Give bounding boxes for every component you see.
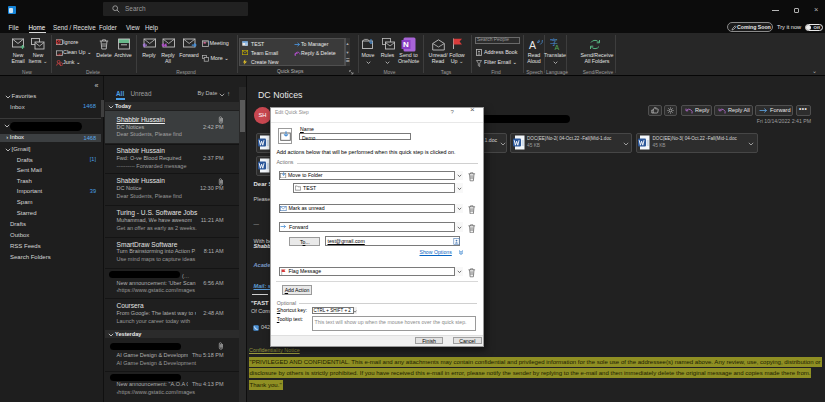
svg-text:A: A [554,44,559,51]
svg-text:N: N [403,40,409,49]
